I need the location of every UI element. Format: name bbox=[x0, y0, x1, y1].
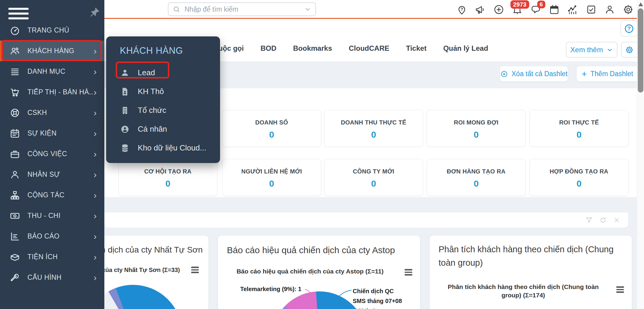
sidebar-item-cau-hinh[interactable]: CẤU HÌNH › bbox=[0, 267, 104, 288]
refresh-icon[interactable] bbox=[599, 216, 607, 224]
briefcase-icon bbox=[10, 149, 20, 159]
scrollbar-up-arrow[interactable] bbox=[638, 2, 643, 6]
chart-card-phan-tich[interactable]: Phân tích khách hàng theo chiến dịch (Ch… bbox=[429, 235, 632, 309]
sidebar-item-cong-tac[interactable]: CỘNG TÁC › bbox=[0, 185, 104, 205]
sidebar-item-label: TIẾP THỊ - BÁN HÀ... bbox=[27, 88, 94, 96]
circle-x-icon bbox=[500, 70, 508, 78]
sidebar-item-khach-hang[interactable]: KHÁCH HÀNG › bbox=[0, 41, 104, 61]
search-input[interactable]: Nhập để tìm kiếm bbox=[185, 5, 304, 13]
chevron-right-icon: › bbox=[94, 273, 97, 282]
add-dashlet-label: Thêm Dashlet bbox=[590, 70, 633, 78]
pie-label-telemarketing: Telemarketing (9%): 1 bbox=[230, 286, 301, 293]
sidebar-item-label: THU - CHI bbox=[27, 212, 94, 220]
categories-icon bbox=[10, 66, 20, 77]
database-icon bbox=[120, 143, 130, 153]
dashboard-tabs: Cuộc gọi BOD Bookmarks CloudCARE Ticket … bbox=[213, 44, 488, 53]
pin-sidebar-icon[interactable] bbox=[88, 6, 101, 19]
help-icon bbox=[624, 24, 634, 34]
notifications-bell-icon[interactable]: 2973 bbox=[508, 2, 527, 17]
kpi-title: DOANH SỐ bbox=[222, 119, 321, 126]
chart-context-menu-icon[interactable] bbox=[616, 286, 624, 294]
pie-label-chien-dich-qc: Chiến dịch QC SMS tháng 07+08 (18%): 2 bbox=[353, 286, 420, 309]
tab-bookmarks[interactable]: Bookmarks bbox=[293, 44, 332, 53]
close-icon[interactable] bbox=[613, 216, 620, 224]
see-more-button[interactable]: Xem thêm bbox=[566, 42, 617, 58]
report-icon bbox=[10, 231, 20, 242]
chart-card-astop[interactable]: Báo cáo hiệu quả chiến dịch của cty Asto… bbox=[218, 235, 420, 309]
kpi-title: ROI MONG ĐỢI bbox=[427, 119, 525, 126]
sidebar-item-tien-ich[interactable]: TIỆN ÍCH › bbox=[0, 247, 104, 267]
kpi-value: 0 bbox=[324, 179, 423, 189]
sidebar-item-cong-viec[interactable]: CÔNG VIỆC › bbox=[0, 144, 104, 164]
chevron-right-icon: › bbox=[94, 211, 97, 220]
clear-all-dashlets-button[interactable]: Xóa tất cả Dashlet bbox=[500, 66, 568, 82]
chevron-right-icon: › bbox=[94, 191, 97, 200]
tab-quan-ly-lead[interactable]: Quản lý Lead bbox=[443, 44, 488, 53]
submenu-item-label: Tổ chức bbox=[138, 106, 166, 115]
sidebar-item-bao-cao[interactable]: BÁO CÁO › bbox=[0, 226, 104, 247]
sidebar-item-su-kien[interactable]: SỰ KIỆN › bbox=[0, 123, 104, 144]
submenu-item-ca-nhan[interactable]: Cá nhân bbox=[120, 120, 220, 139]
kpi-card-nguoi-lien-he-moi[interactable]: NGƯỜI LIÊN HỆ MỚI 0 bbox=[222, 159, 321, 196]
dashboard-icon bbox=[10, 25, 20, 36]
kpi-card-cong-ty-moi[interactable]: CÔNG TY MỚI 0 bbox=[324, 159, 423, 196]
tasks-checkbox-icon[interactable] bbox=[582, 2, 600, 17]
sidebar-item-danh-muc[interactable]: DANH MỤC › bbox=[0, 61, 104, 82]
sidebar-item-label: TIỆN ÍCH bbox=[27, 253, 94, 261]
sidebar-item-thu-chi[interactable]: THU - CHI › bbox=[0, 205, 104, 226]
chat-icon[interactable]: 6 bbox=[527, 2, 545, 17]
tab-settings-button[interactable] bbox=[621, 42, 638, 58]
sidebar-item-label: CỘNG TÁC bbox=[27, 191, 94, 199]
sidebar-item-nhan-su[interactable]: NHÂN SỰ › bbox=[0, 164, 104, 185]
chevron-down-icon[interactable] bbox=[304, 6, 311, 13]
kpi-card-doanh-so[interactable]: DOANH SỐ 0 bbox=[222, 110, 321, 147]
chart-context-menu-icon[interactable] bbox=[191, 267, 199, 274]
chart-title: Phân tích khách hàng theo chiến dịch (Ch… bbox=[439, 243, 626, 270]
sidebar-item-tiep-thi-ban-hang[interactable]: TIẾP THỊ - BÁN HÀ... › bbox=[0, 82, 104, 102]
submenu-item-kh-tho[interactable]: KH Thô bbox=[120, 82, 220, 101]
khach-hang-submenu: KHÁCH HÀNG Lead KH Thô Tổ chức Cá nhân K… bbox=[106, 36, 220, 163]
submenu-item-to-chuc[interactable]: Tổ chức bbox=[120, 101, 220, 120]
global-search[interactable]: Nhập để tìm kiếm bbox=[168, 2, 316, 16]
sidebar-item-label: SỰ KIỆN bbox=[27, 129, 94, 137]
tab-cloudcare[interactable]: CloudCARE bbox=[349, 44, 389, 53]
kpi-card-hop-dong-tao-ra[interactable]: HỢP ĐỒNG TẠO RA 0 bbox=[530, 159, 628, 196]
add-circle-icon[interactable] bbox=[490, 2, 508, 17]
megaphone-icon[interactable] bbox=[471, 2, 490, 17]
sidebar-item-trang-chu[interactable]: TRANG CHỦ bbox=[0, 20, 104, 41]
kpi-value: 0 bbox=[222, 179, 321, 189]
add-dashlet-button[interactable]: + Thêm Dashlet bbox=[577, 66, 638, 82]
kpi-card-roi-mong-doi[interactable]: ROI MONG ĐỢI 0 bbox=[427, 110, 526, 147]
person-icon bbox=[10, 169, 20, 180]
submenu-item-kho-du-lieu-cloud[interactable]: Kho dữ liệu Cloud... bbox=[120, 139, 220, 157]
kpi-card-doanh-thu-thuc-te[interactable]: DOANH THU THỰC TẾ 0 bbox=[324, 110, 423, 147]
money-icon bbox=[10, 210, 20, 221]
calendar-icon bbox=[10, 128, 20, 139]
see-more-label: Xem thêm bbox=[570, 46, 603, 54]
sidebar-item-cskh[interactable]: CSKH › bbox=[0, 102, 104, 123]
toolbox-icon bbox=[10, 252, 20, 262]
user-icon[interactable] bbox=[600, 2, 619, 17]
user-icon bbox=[120, 68, 130, 78]
analytics-chart-icon[interactable] bbox=[564, 2, 582, 17]
kpi-title: CƠ HỘI TẠO RA bbox=[119, 168, 217, 175]
chevron-right-icon: › bbox=[94, 170, 97, 179]
filter-icon[interactable] bbox=[585, 216, 593, 224]
tab-bod[interactable]: BOD bbox=[261, 44, 276, 53]
calendar-icon[interactable] bbox=[545, 2, 564, 17]
help-button[interactable] bbox=[620, 20, 637, 37]
chevron-right-icon: › bbox=[94, 129, 97, 138]
building-icon bbox=[120, 106, 130, 115]
chart-context-menu-icon[interactable] bbox=[405, 269, 412, 277]
kpi-title: NGƯỜI LIÊN HỆ MỚI bbox=[222, 168, 321, 175]
kpi-card-don-hang-tao-ra[interactable]: ĐƠN HÀNG TẠO RA 0 bbox=[427, 159, 526, 196]
kpi-card-roi-thuc-te[interactable]: ROI THỰC TẾ 0 bbox=[530, 110, 628, 147]
kpi-card-co-hoi-tao-ra[interactable]: CƠ HỘI TẠO RA 0 bbox=[118, 159, 217, 196]
settings-gear-icon[interactable] bbox=[619, 2, 637, 17]
page-scrollbar[interactable] bbox=[637, 0, 644, 309]
cart-icon bbox=[10, 87, 20, 98]
location-question-icon[interactable] bbox=[453, 2, 471, 17]
scrollbar-thumb[interactable] bbox=[638, 8, 643, 93]
tab-ticket[interactable]: Ticket bbox=[406, 44, 427, 53]
submenu-item-lead[interactable]: Lead bbox=[120, 63, 220, 82]
